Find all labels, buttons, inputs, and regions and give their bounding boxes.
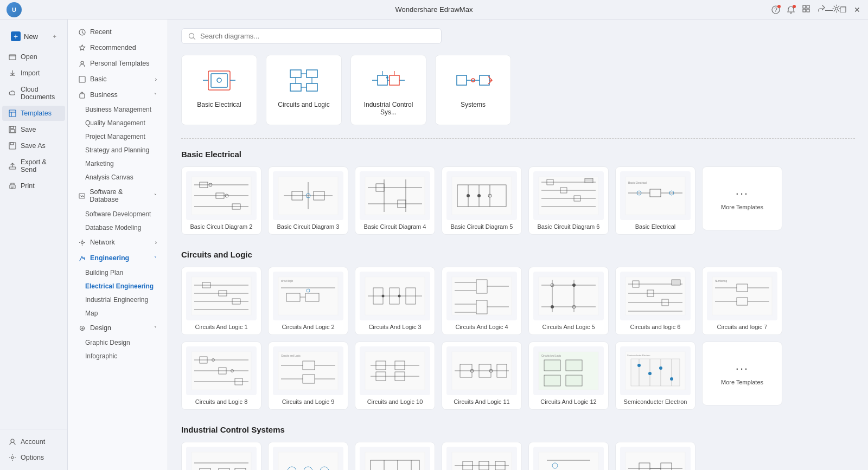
template-cal-3[interactable]: Circuits And Logic 3: [355, 267, 435, 335]
nav-personal[interactable]: Personal Templates: [70, 56, 165, 71]
template-basic-circuit-4[interactable]: Basic Circuit Diagram 4: [355, 166, 435, 235]
nav-design[interactable]: Design ˅: [70, 320, 165, 336]
cat-systems[interactable]: Systems: [435, 55, 511, 125]
template-basic-circuit-5[interactable]: Basic Circuit Diagram 5: [442, 166, 522, 235]
business-chevron: ˅: [154, 92, 157, 98]
template-basic-circuit-2[interactable]: Basic Circuit Diagram 2: [181, 166, 261, 235]
sidebar-item-account[interactable]: Account: [2, 434, 65, 449]
template-ics-4[interactable]: [442, 442, 522, 470]
template-cal-6[interactable]: Circuits and logic 6: [615, 267, 695, 335]
template-cal-9[interactable]: Circuits and Logic Circuits and Logic 9: [268, 342, 348, 410]
svg-rect-172: [365, 352, 425, 390]
nav-sidebar: Recent Recommended Personal Templates Ba…: [68, 20, 168, 470]
sidebar-item-open[interactable]: Open: [2, 49, 65, 65]
nav-business-management[interactable]: Business Management: [70, 103, 165, 116]
close-button[interactable]: ✕: [853, 5, 861, 14]
svg-rect-190: [544, 375, 560, 386]
software-chevron: ˅: [154, 193, 157, 199]
nav-infographic[interactable]: Infographic: [70, 350, 165, 363]
save-icon: [9, 126, 16, 133]
nav-analysis-canvas[interactable]: Analysis Canvas: [70, 171, 165, 184]
restore-button[interactable]: ❐: [839, 5, 847, 14]
sidebar-item-save-as[interactable]: Save As: [2, 138, 65, 153]
new-button[interactable]: + New +: [7, 28, 61, 44]
label-basic-circuit-6: Basic Circuit Diagram 6: [533, 223, 604, 230]
sidebar-item-cloud[interactable]: Cloud Documents: [2, 82, 65, 105]
sidebar-item-import[interactable]: Import: [2, 66, 65, 81]
nav-electrical-engineering[interactable]: Electrical Engineering: [70, 280, 165, 293]
template-ics-5[interactable]: [528, 442, 609, 470]
nav-marketing[interactable]: Marketing: [70, 157, 165, 170]
nav-recent[interactable]: Recent: [70, 24, 165, 40]
cat-circuits-logic[interactable]: Circuits and Logic: [266, 55, 342, 125]
nav-engineering[interactable]: Engineering ˅: [70, 250, 165, 266]
template-cal-11[interactable]: Circuits And Logic 11: [442, 342, 522, 410]
templates-icon: [9, 110, 16, 117]
design-chevron: ˅: [154, 325, 157, 331]
svg-rect-27: [211, 74, 227, 87]
template-ics-6[interactable]: [615, 442, 695, 470]
sidebar-item-export[interactable]: Export & Send: [2, 154, 65, 177]
nav-map[interactable]: Map: [70, 307, 165, 320]
svg-point-202: [670, 377, 673, 381]
help-icon[interactable]: ?: [771, 5, 780, 14]
avatar[interactable]: U: [7, 2, 22, 17]
save-as-icon: [9, 142, 16, 150]
svg-point-200: [648, 372, 652, 375]
sidebar-item-options[interactable]: Options: [2, 450, 65, 465]
template-cal-4[interactable]: Circuits And Logic 4: [442, 267, 522, 335]
template-cal-8[interactable]: Circuits and Logic 8: [181, 342, 261, 410]
template-cal-5[interactable]: Circuits And Logic 5: [528, 267, 609, 335]
nav-quality-management[interactable]: Quality Management: [70, 117, 165, 130]
template-ics-3[interactable]: [355, 442, 435, 470]
template-basic-circuit-3[interactable]: Basic Circuit Diagram 3: [268, 166, 348, 235]
search-bar[interactable]: [181, 28, 442, 44]
template-semiconducter[interactable]: Semiconducter Electron Semicond: [615, 342, 695, 410]
svg-rect-147: [712, 277, 772, 315]
svg-rect-164: [278, 352, 338, 390]
nav-basic[interactable]: Basic ›: [70, 72, 165, 87]
nav-graphic-design[interactable]: Graphic Design: [70, 336, 165, 349]
label-cal-12: Circuits And Logic 12: [533, 398, 604, 405]
cat-icon-industrial-control: [360, 64, 417, 96]
nav-software[interactable]: Software & Database ˅: [70, 184, 165, 207]
template-cal-1[interactable]: Circuits And Logic 1: [181, 267, 261, 335]
template-basic-circuit-6[interactable]: Basic Circuit Diagram 6: [528, 166, 609, 235]
template-grid-basic-electrical: Basic Circuit Diagram 2 Basic Circ: [181, 166, 855, 235]
template-cal-10[interactable]: Circuits and Logic 10: [355, 342, 435, 410]
template-cal-12[interactable]: Circuits And Logic Circuits And Logic 12: [528, 342, 609, 410]
nav-strategy-planning[interactable]: Strategy and Planning: [70, 144, 165, 157]
svg-rect-41: [378, 75, 387, 85]
template-ics-1[interactable]: [181, 442, 261, 470]
minimize-button[interactable]: —: [825, 5, 833, 14]
svg-rect-220: [452, 452, 512, 470]
sidebar-item-print[interactable]: Print: [2, 178, 65, 194]
more-basic-electrical[interactable]: ··· More Templates: [702, 166, 782, 230]
nav-software-dev[interactable]: Software Development: [70, 208, 165, 221]
search-input[interactable]: [200, 32, 435, 40]
svg-rect-4: [803, 9, 806, 12]
template-basic-electrical[interactable]: Basic Electrical Basic Electrical: [615, 166, 695, 235]
grid-icon[interactable]: [802, 4, 810, 15]
nav-business[interactable]: Business ˅: [70, 87, 165, 102]
notification-icon[interactable]: [787, 5, 795, 14]
nav-database-modeling[interactable]: Database Modeling: [70, 221, 165, 234]
sidebar-item-templates[interactable]: Templates: [2, 106, 65, 121]
cat-basic-electrical[interactable]: Basic Electrical: [181, 55, 257, 125]
label-cal-1: Circuits And Logic 1: [186, 324, 257, 330]
more-circuits-logic[interactable]: ··· More Templates: [702, 342, 782, 405]
template-cal-2[interactable]: circuit logic Circuits And Logic 2: [268, 267, 348, 335]
svg-rect-5: [807, 9, 809, 12]
svg-rect-232: [626, 452, 685, 470]
cat-industrial-control[interactable]: Industrial Control Sys...: [350, 55, 426, 125]
sidebar-item-save[interactable]: Save: [2, 122, 65, 137]
thumb-cal-10: [360, 346, 430, 395]
svg-rect-210: [278, 452, 338, 470]
template-ics-2[interactable]: [268, 442, 348, 470]
nav-network[interactable]: Network ›: [70, 235, 165, 250]
nav-industrial-engineering[interactable]: Industrial Engineering: [70, 293, 165, 306]
template-cal-7[interactable]: Numbering Circuits and logic 7: [702, 267, 782, 335]
nav-project-management[interactable]: Project Management: [70, 130, 165, 143]
nav-building-plan[interactable]: Building Plan: [70, 266, 165, 279]
nav-recommended[interactable]: Recommended: [70, 40, 165, 55]
